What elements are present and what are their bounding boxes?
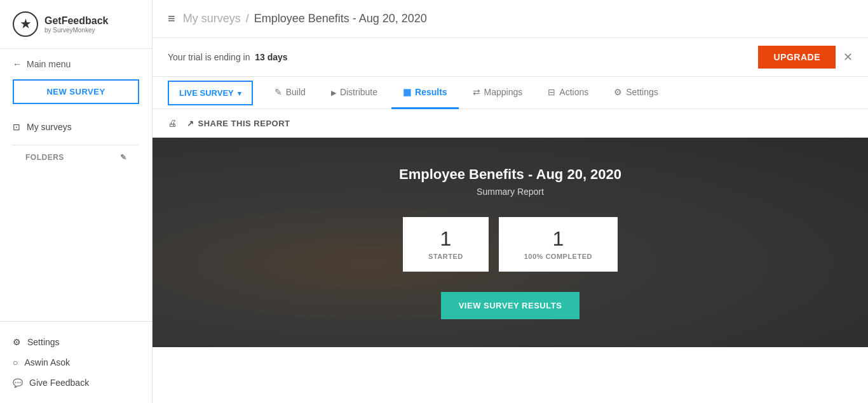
page-header: My surveys / Employee Benefits - Aug 20,… <box>153 0 868 38</box>
stats-row: 1 STARTED 1 100% COMPLETED <box>403 217 618 272</box>
tab-build-label: Build <box>286 87 306 97</box>
tab-distribute-label: Distribute <box>340 87 377 97</box>
tab-actions[interactable]: Actions <box>536 77 600 109</box>
tab-results[interactable]: Results <box>391 77 459 109</box>
back-arrow-icon <box>13 59 22 69</box>
stat-started-label: STARTED <box>428 253 463 260</box>
main-menu-link[interactable]: Main menu <box>13 59 139 69</box>
distribute-icon <box>331 87 336 97</box>
print-icon <box>168 118 177 128</box>
gear-icon <box>13 337 21 347</box>
logo-area: ★ GetFeedback by SurveyMonkey <box>0 0 152 49</box>
sidebar-item-user[interactable]: Aswin Asok <box>13 352 139 373</box>
surveys-icon <box>13 122 20 132</box>
mappings-icon <box>473 87 480 97</box>
main-content: My surveys / Employee Benefits - Aug 20,… <box>153 0 868 403</box>
hamburger-lines <box>168 13 175 25</box>
folders-label: FOLDERS <box>25 153 64 162</box>
folders-edit-icon[interactable]: ✎ <box>120 153 127 162</box>
star-icon: ★ <box>20 17 31 31</box>
report-subtitle: Summary Report <box>477 187 544 197</box>
share-report-button[interactable]: SHARE THIS REPORT <box>187 119 290 128</box>
live-survey-button[interactable]: LIVE SURVEY <box>168 81 253 105</box>
give-feedback-label: Give Feedback <box>29 378 89 388</box>
trial-prefix: Your trial is ending in <box>168 52 250 62</box>
logo-icon: ★ <box>13 11 38 37</box>
hamburger-icon[interactable] <box>168 11 175 26</box>
sidebar-item-settings[interactable]: Settings <box>13 332 139 352</box>
report-toolbar: SHARE THIS REPORT <box>153 109 868 138</box>
actions-icon <box>548 87 555 97</box>
trial-days: 13 days <box>255 52 287 62</box>
new-survey-button[interactable]: NEW SURVEY <box>13 79 139 104</box>
stat-completed-number: 1 <box>524 228 592 249</box>
build-icon <box>275 87 282 97</box>
share-icon <box>187 119 194 128</box>
share-label: SHARE THIS REPORT <box>198 119 290 128</box>
stat-card-completed: 1 100% COMPLETED <box>499 217 618 272</box>
brand-name: GetFeedback <box>44 15 108 27</box>
stat-started-number: 1 <box>428 228 463 249</box>
breadcrumb: My surveys / Employee Benefits - Aug 20,… <box>183 12 427 25</box>
sidebar-item-give-feedback[interactable]: Give Feedback <box>13 373 139 393</box>
sidebar-nav: Main menu NEW SURVEY My surveys FOLDERS … <box>0 49 152 175</box>
chevron-down-icon <box>238 88 241 98</box>
tab-distribute[interactable]: Distribute <box>320 77 389 109</box>
sidebar-item-my-surveys[interactable]: My surveys <box>13 117 139 137</box>
main-menu-label: Main menu <box>27 59 71 69</box>
settings-tab-icon <box>614 87 622 97</box>
stat-completed-label: 100% COMPLETED <box>524 253 592 260</box>
trial-banner: Your trial is ending in 13 days UPGRADE … <box>153 38 868 77</box>
tab-settings-label: Settings <box>626 87 658 97</box>
my-surveys-label: My surveys <box>27 122 72 132</box>
sidebar-divider <box>13 145 139 145</box>
feedback-icon <box>13 378 23 388</box>
breadcrumb-home[interactable]: My surveys <box>183 12 241 25</box>
logo-text: GetFeedback by SurveyMonkey <box>44 15 108 34</box>
stat-card-started: 1 STARTED <box>403 217 489 272</box>
print-button[interactable] <box>168 118 177 128</box>
survey-tabs: LIVE SURVEY Build Distribute Results Map… <box>153 77 868 109</box>
tab-mappings-label: Mappings <box>484 87 523 97</box>
user-label: Aswin Asok <box>24 357 70 367</box>
view-results-button[interactable]: VIEW SURVEY RESULTS <box>441 292 580 319</box>
sidebar: ★ GetFeedback by SurveyMonkey Main menu … <box>0 0 153 403</box>
folders-header: FOLDERS ✎ <box>25 153 126 162</box>
breadcrumb-current: Employee Benefits - Aug 20, 2020 <box>254 12 427 25</box>
report-title: Employee Benefits - Aug 20, 2020 <box>399 166 621 183</box>
brand-byline: by SurveyMonkey <box>44 27 108 34</box>
user-icon <box>13 357 18 367</box>
settings-label: Settings <box>27 337 60 347</box>
breadcrumb-separator: / <box>246 12 249 25</box>
tab-results-label: Results <box>415 87 447 97</box>
tab-settings[interactable]: Settings <box>602 77 670 109</box>
trial-text: Your trial is ending in 13 days <box>168 52 288 62</box>
results-icon <box>403 87 411 97</box>
tab-actions-label: Actions <box>559 87 588 97</box>
tab-build[interactable]: Build <box>263 77 317 109</box>
upgrade-button[interactable]: UPGRADE <box>758 46 836 69</box>
live-survey-label: LIVE SURVEY <box>179 88 234 98</box>
trial-actions: UPGRADE ✕ <box>758 46 853 69</box>
report-hero: Employee Benefits - Aug 20, 2020 Summary… <box>153 138 868 347</box>
report-content: Employee Benefits - Aug 20, 2020 Summary… <box>153 138 868 403</box>
close-trial-banner-button[interactable]: ✕ <box>843 50 853 64</box>
tab-mappings[interactable]: Mappings <box>461 77 534 109</box>
sidebar-bottom: Settings Aswin Asok Give Feedback <box>0 321 152 403</box>
folders-section: FOLDERS ✎ <box>13 153 139 162</box>
